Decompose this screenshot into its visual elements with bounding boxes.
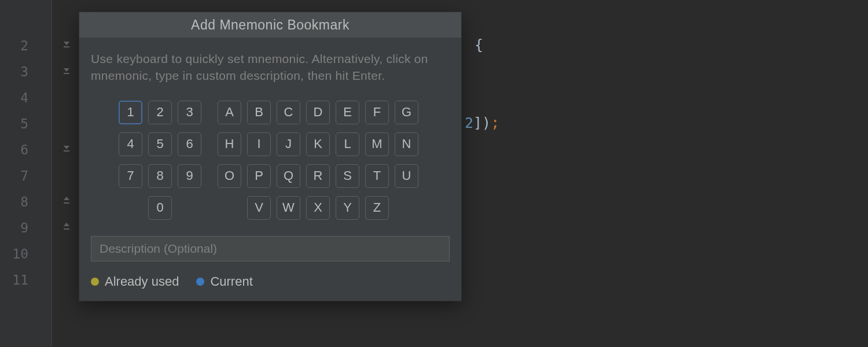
fold-icon[interactable] <box>62 40 71 49</box>
line-number: 11 <box>11 274 28 287</box>
line-number: 3 <box>11 65 28 79</box>
current-dot-icon <box>196 278 204 286</box>
code-brackets: ]) <box>473 115 491 131</box>
mnemonic-key-f[interactable]: F <box>365 101 389 124</box>
mnemonic-key-2[interactable]: 2 <box>148 101 172 124</box>
mnemonic-bookmark-popup: Add Mnemonic Bookmark Use keyboard to qu… <box>79 12 462 301</box>
svg-rect-2 <box>64 150 69 152</box>
mnemonic-key-n[interactable]: N <box>395 132 418 156</box>
digit-column: 123 456 789 0 <box>119 101 201 220</box>
code-semicolon: ; <box>491 115 499 131</box>
mnemonic-key-w[interactable]: W <box>277 196 300 220</box>
mnemonic-key-t[interactable]: T <box>365 164 389 188</box>
mnemonic-key-j[interactable]: J <box>277 132 300 156</box>
line-number: 4 <box>11 91 28 105</box>
mnemonic-key-k[interactable]: K <box>306 132 330 156</box>
svg-rect-1 <box>64 73 69 74</box>
line-number: 6 <box>11 143 28 157</box>
mnemonic-key-3[interactable]: 3 <box>178 101 201 124</box>
gutter: 2 3 4 5 6 7 8 9 10 11 <box>0 0 52 347</box>
line-number: 7 <box>11 169 28 183</box>
mnemonic-key-0[interactable]: 0 <box>148 196 172 220</box>
mnemonic-key-b[interactable]: B <box>247 101 271 124</box>
mnemonic-key-1[interactable]: 1 <box>119 101 142 124</box>
mnemonic-key-7[interactable]: 7 <box>119 164 142 188</box>
mnemonic-key-l[interactable]: L <box>336 132 359 156</box>
mnemonic-key-p[interactable]: P <box>247 164 271 188</box>
letter-column: ABCDEFG HIJKLMN OPQRSTU VWXYZ <box>218 101 418 220</box>
line-number: 2 <box>11 39 28 53</box>
digit-row: 456 <box>119 132 201 156</box>
fold-icon[interactable] <box>62 197 71 205</box>
mnemonic-key-e[interactable]: E <box>336 101 359 124</box>
mnemonic-key-g[interactable]: G <box>395 101 418 124</box>
mnemonic-key-q[interactable]: Q <box>277 164 300 188</box>
already-used-dot-icon <box>91 278 99 286</box>
line-number: 8 <box>11 195 28 209</box>
mnemonic-key-5[interactable]: 5 <box>148 132 172 156</box>
legend-current: Current <box>196 274 252 289</box>
line-number: 9 <box>11 222 28 235</box>
fold-icon[interactable] <box>62 145 71 153</box>
mnemonic-key-r[interactable]: R <box>306 164 330 188</box>
mnemonic-key-m[interactable]: M <box>365 132 389 156</box>
letter-row: OPQRSTU <box>218 164 418 188</box>
mnemonic-key-u[interactable]: U <box>395 164 418 188</box>
legend: Already used Current <box>91 274 450 289</box>
description-input[interactable] <box>91 236 450 261</box>
svg-rect-3 <box>64 202 69 204</box>
fold-icon[interactable] <box>62 223 71 231</box>
mnemonic-key-8[interactable]: 8 <box>148 164 172 188</box>
mnemonic-key-x[interactable]: X <box>306 196 330 220</box>
letter-row: ABCDEFG <box>218 101 418 124</box>
mnemonic-key-z[interactable]: Z <box>365 196 389 220</box>
mnemonic-key-v[interactable]: V <box>247 196 271 220</box>
digit-row: 0 <box>148 196 201 220</box>
code-token: 2]); <box>465 115 499 131</box>
mnemonic-key-d[interactable]: D <box>306 101 330 124</box>
code-number: 2 <box>465 115 473 131</box>
mnemonic-grid: 123 456 789 0 ABCDEFG HIJKLMN OPQRSTU VW… <box>119 101 450 220</box>
mnemonic-key-9[interactable]: 9 <box>178 164 201 188</box>
mnemonic-key-a[interactable]: A <box>218 101 241 124</box>
popup-instructions: Use keyboard to quickly set mnemonic. Al… <box>91 50 450 84</box>
mnemonic-key-h[interactable]: H <box>218 132 241 156</box>
fold-icon[interactable] <box>62 67 71 75</box>
legend-already-used: Already used <box>91 274 179 289</box>
mnemonic-key-o[interactable]: O <box>218 164 241 188</box>
digit-row: 123 <box>119 101 201 124</box>
legend-label: Already used <box>105 274 179 289</box>
digit-row: 789 <box>119 164 201 188</box>
code-token: { <box>475 36 483 53</box>
line-number: 5 <box>11 117 28 131</box>
mnemonic-key-c[interactable]: C <box>277 101 300 124</box>
mnemonic-key-4[interactable]: 4 <box>119 132 142 156</box>
mnemonic-key-y[interactable]: Y <box>336 196 359 220</box>
letter-row: HIJKLMN <box>218 132 418 156</box>
line-number: 10 <box>11 248 28 261</box>
popup-title: Add Mnemonic Bookmark <box>79 12 461 38</box>
svg-rect-4 <box>64 228 69 230</box>
letter-row: VWXYZ <box>247 196 418 220</box>
legend-label: Current <box>210 274 252 289</box>
mnemonic-key-6[interactable]: 6 <box>178 132 201 156</box>
svg-rect-0 <box>64 46 69 47</box>
mnemonic-key-s[interactable]: S <box>336 164 359 188</box>
mnemonic-key-i[interactable]: I <box>247 132 271 156</box>
popup-body: Use keyboard to quickly set mnemonic. Al… <box>79 38 461 301</box>
